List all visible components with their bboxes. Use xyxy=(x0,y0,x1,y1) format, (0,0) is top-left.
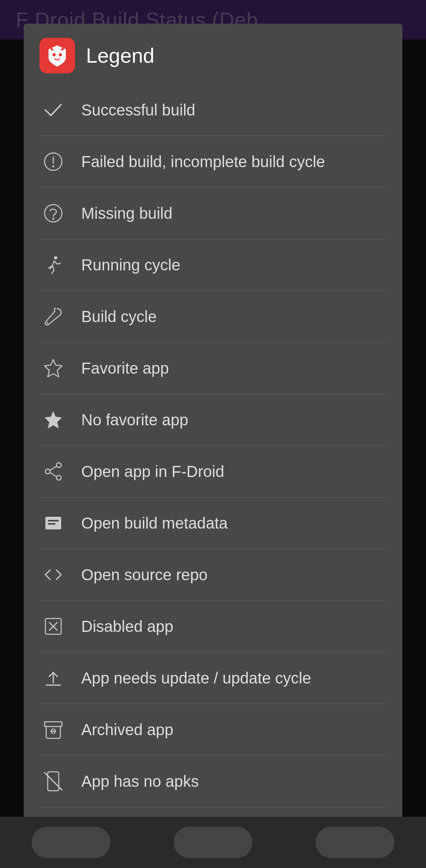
svg-rect-18 xyxy=(48,523,56,525)
dialog-title: Legend xyxy=(86,44,155,67)
svg-point-8 xyxy=(47,322,48,324)
svg-line-14 xyxy=(50,466,56,470)
svg-point-7 xyxy=(54,256,57,259)
dialog-header: Legend xyxy=(24,24,402,84)
legend-label-archived-app: Archived app xyxy=(81,721,173,739)
bottom-navigation xyxy=(0,817,426,868)
svg-line-15 xyxy=(50,473,56,477)
svg-marker-9 xyxy=(45,359,62,377)
legend-item-open-fdroid: Open app in F-Droid xyxy=(24,446,402,497)
star-outline-icon xyxy=(39,354,67,382)
circle-exclamation-icon xyxy=(39,148,67,175)
legend-label-build-cycle: Build cycle xyxy=(81,308,157,326)
document-icon xyxy=(39,509,67,537)
svg-point-13 xyxy=(56,475,61,480)
nav-item-3[interactable] xyxy=(316,827,394,858)
app-icon xyxy=(39,38,75,73)
svg-rect-17 xyxy=(48,520,59,522)
star-filled-icon xyxy=(39,406,67,434)
legend-label-open-metadata: Open build metadata xyxy=(81,514,228,532)
phone-off-icon xyxy=(39,767,67,795)
svg-point-1 xyxy=(59,53,62,56)
legend-label-running-cycle: Running cycle xyxy=(81,256,180,274)
checkmark-icon xyxy=(39,96,67,124)
svg-rect-24 xyxy=(45,722,62,726)
legend-item-successful-build: Successful build xyxy=(24,84,402,136)
legend-list: Successful buildFailed build, incomplete… xyxy=(24,84,402,859)
legend-item-missing-build: Missing build xyxy=(24,188,402,239)
code-icon xyxy=(39,561,67,589)
legend-label-disabled-app: Disabled app xyxy=(81,618,174,635)
legend-item-open-metadata: Open build metadata xyxy=(24,497,402,549)
nav-item-2[interactable] xyxy=(174,827,252,858)
share-icon xyxy=(39,458,67,485)
running-icon xyxy=(39,251,67,279)
circle-question-icon xyxy=(39,199,67,227)
legend-label-needs-update: App needs update / update cycle xyxy=(81,669,311,687)
legend-item-archived-app: Archived app xyxy=(24,704,402,755)
legend-item-favorite-app: Favorite app xyxy=(24,343,402,394)
legend-item-no-apks: App has no apks xyxy=(24,756,402,807)
legend-label-open-repo: Open source repo xyxy=(81,566,207,584)
wrench-icon xyxy=(39,303,67,330)
svg-point-6 xyxy=(52,218,54,220)
svg-point-0 xyxy=(52,53,56,56)
legend-label-favorite-app: Favorite app xyxy=(81,359,169,377)
legend-item-needs-update: App needs update / update cycle xyxy=(24,652,402,704)
legend-dialog: Legend Successful buildFailed build, inc… xyxy=(24,24,402,868)
svg-point-11 xyxy=(56,463,61,468)
svg-point-12 xyxy=(45,469,50,474)
fdroid-icon xyxy=(45,44,69,67)
archive-icon xyxy=(39,716,67,743)
legend-item-disabled-app: Disabled app xyxy=(24,601,402,652)
legend-label-no-apks: App has no apks xyxy=(81,773,199,790)
legend-label-open-fdroid: Open app in F-Droid xyxy=(81,463,224,481)
legend-label-no-favorite-app: No favorite app xyxy=(81,411,188,429)
box-x-icon xyxy=(39,613,67,640)
legend-item-build-cycle: Build cycle xyxy=(24,291,402,342)
legend-item-open-repo: Open source repo xyxy=(24,549,402,600)
svg-line-27 xyxy=(45,773,62,790)
svg-point-4 xyxy=(52,166,54,168)
legend-label-successful-build: Successful build xyxy=(81,101,195,119)
nav-item-1[interactable] xyxy=(32,827,110,858)
legend-label-missing-build: Missing build xyxy=(81,205,172,222)
legend-item-failed-build: Failed build, incomplete build cycle xyxy=(24,136,402,187)
legend-item-running-cycle: Running cycle xyxy=(24,239,402,291)
legend-item-no-favorite-app: No favorite app xyxy=(24,394,402,445)
svg-marker-10 xyxy=(45,411,62,428)
legend-label-failed-build: Failed build, incomplete build cycle xyxy=(81,153,325,171)
upload-icon xyxy=(39,664,67,692)
